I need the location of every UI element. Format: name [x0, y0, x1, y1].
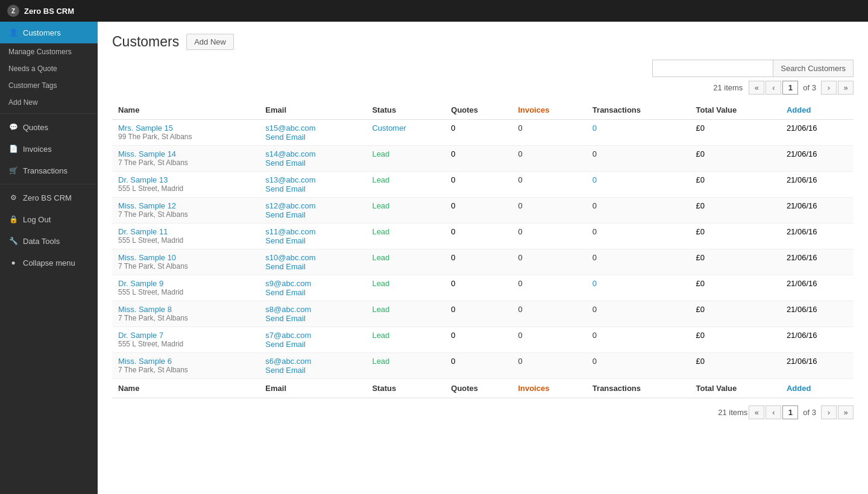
table-row: Miss. Sample 14 7 The Park, St Albans s1… [112, 146, 854, 172]
first-page-button-top[interactable]: « [749, 81, 764, 95]
customer-email-link-0[interactable]: s15@abc.com [265, 124, 315, 133]
cell-quotes-7: 0 [445, 301, 512, 327]
next-page-button-top[interactable]: › [821, 81, 837, 95]
sidebar-item-invoices[interactable]: 📄 Invoices [0, 138, 98, 160]
topbar: Z Zero BS CRM [0, 0, 868, 22]
status-badge-3: Lead [372, 201, 389, 210]
add-new-button[interactable]: Add New [186, 34, 234, 50]
prev-page-button-bottom[interactable]: ‹ [766, 405, 781, 419]
customer-address-7: 7 The Park, St Albans [118, 314, 253, 322]
cell-added-8: 21/06/16 [781, 327, 854, 353]
status-badge-9: Lead [372, 357, 389, 366]
cell-total-value-9: £0 [690, 353, 781, 379]
customer-email-link-3[interactable]: s12@abc.com [265, 201, 315, 210]
customer-address-2: 555 L Street, Madrid [118, 184, 253, 193]
sidebar-item-collapse-menu[interactable]: ● Collapse menu [0, 252, 98, 274]
cell-transactions-0: 0 [587, 120, 690, 146]
customer-name-link-6[interactable]: Dr. Sample 9 [118, 279, 163, 288]
cell-transactions-6: 0 [587, 275, 690, 301]
cell-transactions-2: 0 [587, 172, 690, 198]
cell-name-7: Miss. Sample 8 7 The Park, St Albans [112, 301, 259, 327]
cell-total-value-1: £0 [690, 146, 781, 172]
sidebar-item-add-new[interactable]: Add New [0, 94, 98, 111]
top-pagination-row: 21 items « ‹ 1 of 3 › » [112, 81, 854, 95]
cell-invoices-3: 0 [512, 198, 586, 224]
cell-added-9: 21/06/16 [781, 353, 854, 379]
send-email-link-9[interactable]: Send Email [265, 366, 305, 375]
cell-name-5: Miss. Sample 10 7 The Park, St Albans [112, 249, 259, 275]
last-page-button-top[interactable]: » [838, 81, 854, 95]
lock-icon: 🔒 [8, 214, 18, 224]
send-email-link-4[interactable]: Send Email [265, 236, 305, 245]
send-email-link-2[interactable]: Send Email [265, 184, 305, 193]
customer-name-link-3[interactable]: Miss. Sample 12 [118, 201, 176, 210]
sidebar-item-quotes[interactable]: 💬 Quotes [0, 116, 98, 138]
customer-name-link-7[interactable]: Miss. Sample 8 [118, 305, 172, 314]
sidebar-item-logout[interactable]: 🔒 Log Out [0, 208, 98, 230]
cell-status-9: Lead [366, 353, 445, 379]
table-row: Miss. Sample 6 7 The Park, St Albans s6@… [112, 353, 854, 379]
sidebar-item-transactions[interactable]: 🛒 Transactions [0, 160, 98, 181]
status-badge-4: Lead [372, 227, 389, 236]
page-of-bottom: of 3 [799, 406, 820, 419]
customer-name-link-8[interactable]: Dr. Sample 7 [118, 331, 163, 340]
send-email-link-8[interactable]: Send Email [265, 340, 305, 349]
customer-name-link-2[interactable]: Dr. Sample 13 [118, 175, 168, 184]
customer-name-link-4[interactable]: Dr. Sample 11 [118, 227, 168, 236]
send-email-link-5[interactable]: Send Email [265, 262, 305, 271]
col-header-status: Status [366, 101, 445, 120]
customer-email-link-4[interactable]: s11@abc.com [265, 227, 315, 236]
cell-name-3: Miss. Sample 12 7 The Park, St Albans [112, 198, 259, 224]
sidebar-item-manage-customers[interactable]: Manage Customers [0, 43, 98, 60]
cell-name-2: Dr. Sample 13 555 L Street, Madrid [112, 172, 259, 198]
customer-email-link-6[interactable]: s9@abc.com [265, 279, 311, 288]
customer-email-link-2[interactable]: s13@abc.com [265, 175, 315, 184]
current-page-top[interactable]: 1 [782, 81, 798, 95]
first-page-button-bottom[interactable]: « [749, 405, 764, 419]
send-email-link-3[interactable]: Send Email [265, 210, 305, 219]
cell-total-value-6: £0 [690, 275, 781, 301]
cell-invoices-0: 0 [512, 120, 586, 146]
cell-status-3: Lead [366, 198, 445, 224]
customer-email-link-7[interactable]: s8@abc.com [265, 305, 311, 314]
prev-page-button-top[interactable]: ‹ [766, 81, 781, 95]
sidebar-item-data-tools[interactable]: 🔧 Data Tools [0, 230, 98, 252]
customer-name-link-5[interactable]: Miss. Sample 10 [118, 253, 176, 262]
cell-quotes-9: 0 [445, 353, 512, 379]
current-page-bottom[interactable]: 1 [782, 405, 798, 419]
status-badge-0: Customer [372, 124, 406, 133]
send-email-link-1[interactable]: Send Email [265, 158, 305, 167]
customer-name-link-1[interactable]: Miss. Sample 14 [118, 149, 176, 158]
send-email-link-7[interactable]: Send Email [265, 314, 305, 323]
invoices-icon: 📄 [8, 144, 18, 154]
send-email-link-0[interactable]: Send Email [265, 133, 305, 142]
sidebar-label-invoices: Invoices [23, 145, 52, 154]
send-email-link-6[interactable]: Send Email [265, 288, 305, 297]
last-page-button-bottom[interactable]: » [838, 405, 854, 419]
sidebar-item-zero-bs-crm[interactable]: ⚙ Zero BS CRM [0, 187, 98, 208]
sidebar-item-needs-quote[interactable]: Needs a Quote [0, 60, 98, 77]
cell-status-2: Lead [366, 172, 445, 198]
cell-transactions-5: 0 [587, 249, 690, 275]
sidebar-item-customer-tags[interactable]: Customer Tags [0, 77, 98, 94]
cell-status-5: Lead [366, 249, 445, 275]
customer-email-link-8[interactable]: s7@abc.com [265, 331, 311, 340]
status-badge-5: Lead [372, 253, 389, 262]
customer-name-link-9[interactable]: Miss. Sample 6 [118, 357, 172, 366]
cell-invoices-5: 0 [512, 249, 586, 275]
customers-table: Name Email Status Quotes Invoices Transa… [112, 101, 854, 398]
customer-email-link-9[interactable]: s6@abc.com [265, 357, 311, 366]
customer-email-link-5[interactable]: s10@abc.com [265, 253, 315, 262]
search-input[interactable] [652, 60, 773, 77]
customer-name-link-0[interactable]: Mrs. Sample 15 [118, 124, 173, 133]
next-page-button-bottom[interactable]: › [821, 405, 837, 419]
cell-name-0: Mrs. Sample 15 99 The Park, St Albans [112, 120, 259, 146]
customer-email-link-1[interactable]: s14@abc.com [265, 149, 315, 158]
customer-address-8: 555 L Street, Madrid [118, 340, 253, 348]
search-row: Search Customers [112, 60, 854, 77]
quotes-icon: 💬 [8, 122, 18, 132]
cell-name-6: Dr. Sample 9 555 L Street, Madrid [112, 275, 259, 301]
sidebar-item-customers[interactable]: 👤 Customers [0, 22, 98, 43]
search-button[interactable]: Search Customers [773, 60, 854, 77]
sidebar-label-transactions: Transactions [23, 166, 68, 175]
